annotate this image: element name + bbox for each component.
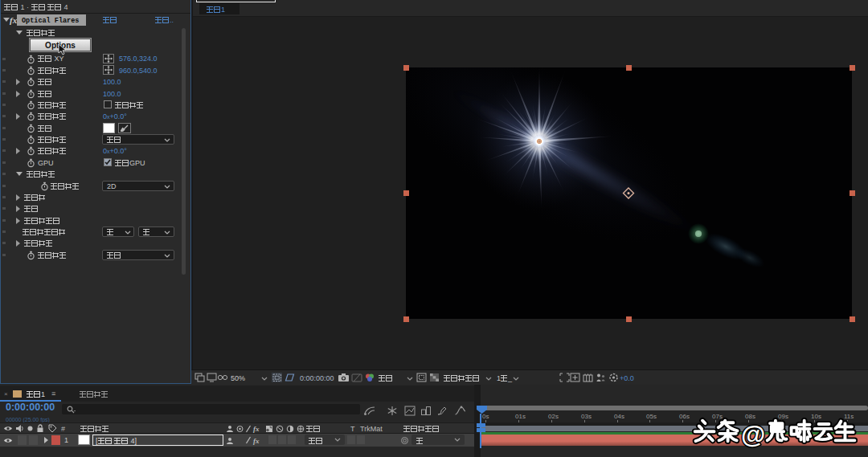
svg-text:@: @ [741,421,765,449]
